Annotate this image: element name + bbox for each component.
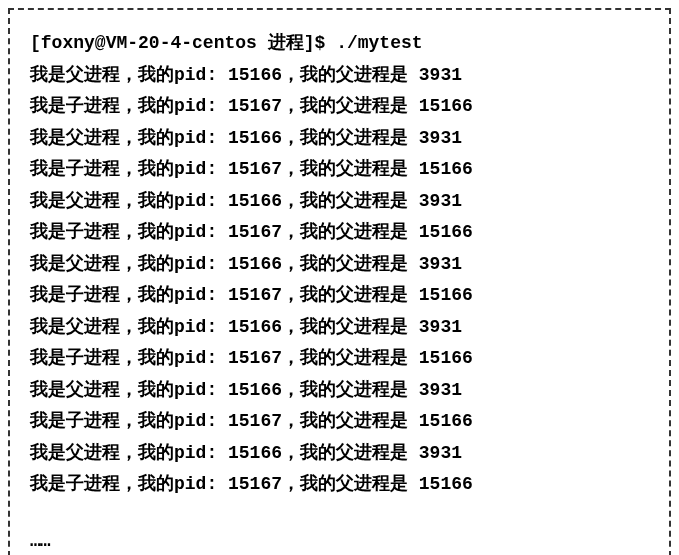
prompt-bracket-close: ] (304, 33, 315, 53)
command-input[interactable]: ./mytest (336, 33, 422, 53)
prompt-bracket-open: [ (30, 33, 41, 53)
output-line: 我是父进程，我的pid: 15166，我的父进程是 3931 (30, 438, 649, 470)
output-line: 我是父进程，我的pid: 15166，我的父进程是 3931 (30, 312, 649, 344)
output-line: 我是父进程，我的pid: 15166，我的父进程是 3931 (30, 375, 649, 407)
output-line: 我是父进程，我的pid: 15166，我的父进程是 3931 (30, 186, 649, 218)
shell-prompt-line: [foxny@VM-20-4-centos 进程]$ ./mytest (30, 28, 649, 60)
output-line: 我是子进程，我的pid: 15167，我的父进程是 15166 (30, 343, 649, 375)
output-line: 我是子进程，我的pid: 15167，我的父进程是 15166 (30, 406, 649, 438)
prompt-host: VM-20-4-centos (106, 33, 257, 53)
output-line: 我是子进程，我的pid: 15167，我的父进程是 15166 (30, 217, 649, 249)
output-line: 我是父进程，我的pid: 15166，我的父进程是 3931 (30, 249, 649, 281)
prompt-symbol: $ (315, 33, 326, 53)
prompt-at: @ (95, 33, 106, 53)
terminal-output: 我是父进程，我的pid: 15166，我的父进程是 3931我是子进程，我的pi… (30, 60, 649, 501)
output-line: 我是子进程，我的pid: 15167，我的父进程是 15166 (30, 280, 649, 312)
terminal-window: [foxny@VM-20-4-centos 进程]$ ./mytest 我是父进… (8, 8, 671, 555)
output-line: 我是父进程，我的pid: 15166，我的父进程是 3931 (30, 123, 649, 155)
output-line: 我是子进程，我的pid: 15167，我的父进程是 15166 (30, 469, 649, 501)
ellipsis-indicator: …… (30, 526, 649, 556)
output-line: 我是父进程，我的pid: 15166，我的父进程是 3931 (30, 60, 649, 92)
prompt-dir: 进程 (268, 33, 304, 53)
output-line: 我是子进程，我的pid: 15167，我的父进程是 15166 (30, 91, 649, 123)
prompt-user: foxny (41, 33, 95, 53)
output-line: 我是子进程，我的pid: 15167，我的父进程是 15166 (30, 154, 649, 186)
